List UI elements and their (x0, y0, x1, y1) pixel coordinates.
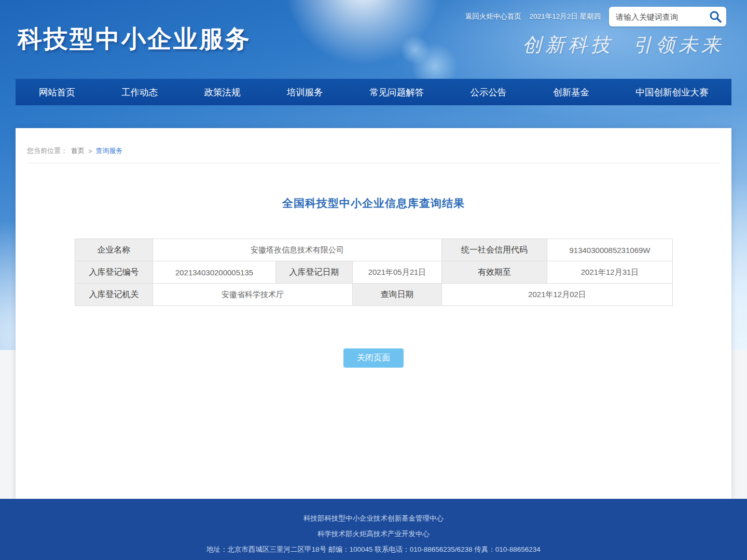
site-slogan: 创新科技 引领未来 (522, 32, 724, 58)
topbar: 返回火炬中心首页 2021年12月2日 星期四 (465, 0, 726, 33)
registration-number-value: 202134030200005135 (153, 261, 276, 284)
site-header: 返回火炬中心首页 2021年12月2日 星期四 科技型中小企业服务 创新科技 引… (0, 0, 747, 117)
breadcrumb-prefix: 您当前位置： (27, 146, 67, 156)
registration-authority-value: 安徽省科学技术厅 (153, 284, 353, 306)
footer-org-line2: 科学技术部火炬高技术产业开发中心 (0, 526, 747, 542)
torch-center-home-link[interactable]: 返回火炬中心首页 (465, 12, 521, 21)
registration-number-label: 入库登记编号 (75, 261, 153, 284)
breadcrumb-home-link[interactable]: 首页 (71, 146, 85, 156)
registration-date-label: 入库登记日期 (276, 261, 353, 284)
search-box (609, 7, 726, 26)
nav-item-innovation-fund[interactable]: 创新基金 (550, 86, 592, 99)
credit-code-value: 91340300085231069W (547, 239, 673, 261)
icp-record-link[interactable]: 京ICP备13019302号-1 (287, 557, 357, 560)
company-name-value: 安徽塔孜信息技术有限公司 (153, 239, 442, 261)
page-title: 全国科技型中小企业信息库查询结果 (16, 196, 731, 211)
nav-item-home[interactable]: 网站首页 (36, 86, 78, 99)
nav-item-work-news[interactable]: 工作动态 (118, 86, 161, 99)
nav-item-announcements[interactable]: 公示公告 (467, 86, 510, 99)
search-button[interactable] (709, 10, 722, 23)
breadcrumb-current-link[interactable]: 查询服务 (96, 146, 123, 156)
query-date-value: 2021年12月02日 (442, 284, 673, 306)
registration-authority-label: 入库登记机关 (75, 284, 153, 306)
nav-item-competition[interactable]: 中国创新创业大赛 (632, 86, 711, 99)
company-name-label: 企业名称 (75, 239, 153, 261)
main-nav: 网站首页 工作动态 政策法规 培训服务 常见问题解答 公示公告 创新基金 中国创… (16, 79, 731, 105)
breadcrumb-separator: > (88, 147, 92, 155)
close-page-button[interactable]: 关闭页面 (343, 348, 404, 368)
search-icon (709, 10, 722, 23)
breadcrumb: 您当前位置： 首页 > 查询服务 (16, 128, 731, 156)
credit-code-label: 统一社会信用代码 (442, 239, 547, 261)
nav-item-policies[interactable]: 政策法规 (201, 86, 243, 99)
breadcrumb-divider (27, 163, 720, 163)
query-result-table: 企业名称 安徽塔孜信息技术有限公司 统一社会信用代码 9134030008523… (75, 239, 672, 306)
current-date: 2021年12月2日 星期四 (530, 12, 601, 21)
valid-until-value: 2021年12月31日 (547, 261, 673, 284)
footer-contact-line: 地址：北京市西城区三里河二区甲18号 邮编：100045 联系电话：010-88… (0, 542, 747, 557)
nav-item-faq[interactable]: 常见问题解答 (366, 86, 427, 99)
registration-date-value: 2021年05月21日 (353, 261, 442, 284)
content-panel: 您当前位置： 首页 > 查询服务 全国科技型中小企业信息库查询结果 企业名称 安… (16, 128, 731, 499)
police-record-link[interactable]: 京公网安备11010202007048 (371, 557, 460, 560)
valid-until-label: 有效期至 (442, 261, 547, 284)
nav-item-training[interactable]: 培训服务 (284, 86, 326, 99)
footer-org-line1: 科技部科技型中小企业技术创新基金管理中心 (0, 511, 747, 526)
site-footer: 科技部科技型中小企业技术创新基金管理中心 科学技术部火炬高技术产业开发中心 地址… (0, 499, 747, 560)
site-logo[interactable]: 科技型中小企业服务 (18, 23, 251, 55)
query-date-label: 查询日期 (353, 284, 442, 306)
footer-icp-line: 京ICP备13019302号-1 京公网安备11010202007048 (0, 557, 747, 560)
